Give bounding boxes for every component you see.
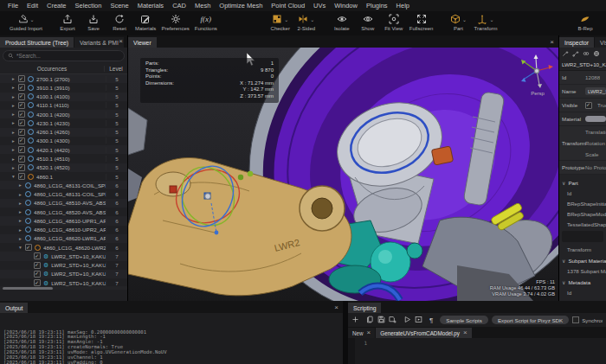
menu-item[interactable]: Help [392, 2, 414, 10]
two-sided-button[interactable]: ⌄ 2-Sided [296, 13, 317, 31]
tree-row[interactable]: ▸ 4420.1 (4420) 5 [0, 145, 127, 154]
tree-row[interactable]: ▸ 4860_LC1G_48131-COIL_SPRG_R 6 [0, 189, 127, 198]
visible-checkbox[interactable] [585, 102, 592, 109]
save-script-as-button[interactable] [389, 318, 396, 324]
3d-viewport[interactable]: LWR2 [128, 48, 558, 301]
menu-item[interactable]: UVs [309, 2, 330, 10]
tree-row[interactable]: ▸ 3910.1 (3910) 5 [0, 83, 127, 92]
menu-item[interactable]: Create [42, 2, 71, 10]
visibility-checkbox[interactable] [18, 173, 25, 180]
reset-button[interactable]: Reset [109, 13, 130, 31]
visibility-checkbox[interactable] [34, 262, 41, 269]
globe-icon[interactable] [593, 50, 600, 58]
script-editor[interactable]: 1 [348, 338, 606, 364]
visibility-checkbox[interactable] [18, 111, 25, 118]
script-tab[interactable]: New [348, 328, 375, 338]
expand-arrow-icon[interactable]: ▸ [12, 76, 18, 81]
close-script-icon[interactable] [463, 329, 467, 336]
visibility-checkbox[interactable] [18, 119, 25, 126]
expand-arrow-icon[interactable]: ▸ [12, 138, 18, 144]
section-row[interactable]: BRepShapeModified [559, 208, 606, 219]
scripting-tab[interactable]: Scripting [348, 303, 381, 313]
close-script-icon[interactable] [367, 329, 371, 336]
functions-button[interactable]: f(x) Functions [195, 13, 217, 31]
visibility-checkbox[interactable] [18, 84, 25, 91]
menu-item[interactable]: CAD [168, 2, 190, 10]
expand-arrow-icon[interactable]: ▸ [19, 201, 25, 206]
viewer-tab[interactable]: Viewer [128, 37, 157, 48]
column-level[interactable]: Level [104, 66, 127, 72]
menu-item[interactable]: Edit [23, 2, 42, 10]
expand-arrow-icon[interactable]: ▸ [19, 227, 25, 233]
section-row[interactable]: 1378 Subpart Materials [559, 265, 606, 276]
fullscreen-button[interactable]: Fullscreen [409, 13, 434, 31]
editor-content[interactable] [370, 338, 606, 364]
close-output-icon[interactable] [330, 304, 343, 313]
tree-row[interactable]: ▾ 4860.1 5 [0, 172, 127, 181]
visibility-checkbox[interactable] [18, 156, 25, 163]
visibility-checkbox[interactable] [25, 244, 32, 251]
menu-item[interactable]: Plugins [362, 2, 392, 10]
material-swatch[interactable] [585, 116, 606, 122]
guided-import-button[interactable]: ⌄ Guided Import [10, 13, 42, 31]
expand-arrow-icon[interactable]: ▸ [19, 182, 25, 188]
tree-row[interactable]: ▸ 4200.1 (4200) 5 [0, 110, 127, 118]
new-script-button[interactable] [351, 318, 359, 324]
tree-row[interactable]: ▸ 4860_LC1G_48510-AVS_ABSR_RH 6 [0, 199, 127, 208]
chevron-down-icon[interactable]: ⌄ [489, 16, 493, 22]
tree-row[interactable]: ▸ 4520.1 (4520) 5 [0, 163, 127, 172]
transform-row[interactable]: Scale [585, 149, 606, 160]
tree-row[interactable]: ▸ 4100.1 (4100) 5 [0, 93, 127, 101]
visibility-checkbox[interactable] [18, 164, 25, 171]
output-tab[interactable]: Output [0, 303, 28, 313]
section-row[interactable]: Id [559, 287, 606, 297]
visibility-checkbox[interactable] [34, 271, 41, 278]
visibility-checkbox[interactable] [18, 146, 25, 153]
expand-arrow-icon[interactable]: ▸ [19, 236, 25, 241]
menu-item[interactable]: Optimize Mesh [215, 2, 267, 10]
camera-mode-label[interactable]: Persp [522, 91, 553, 96]
tree-panel-tab[interactable]: Product Structure (Tree) [0, 37, 74, 48]
tree-row[interactable]: ⚙ LWR2_STD+10_KAKUNIN 7 [0, 270, 127, 278]
isolate-button[interactable]: Isolate [332, 13, 352, 31]
part-button[interactable]: ⌄ Part [448, 13, 468, 31]
save-script-button[interactable] [377, 318, 385, 324]
expand-arrow-icon[interactable]: ▸ [12, 120, 18, 125]
inspector-tab[interactable]: Inspector [559, 37, 594, 48]
chevron-down-icon[interactable]: ⌄ [30, 16, 35, 22]
section-row[interactable]: TessellatedShape [559, 219, 606, 229]
tree-panel-tab[interactable]: Variants & PMI [74, 37, 124, 48]
node-add-icon[interactable] [562, 50, 569, 58]
script-tab[interactable]: GenerateUVsFromCADModel.py [376, 328, 471, 338]
visibility-checkbox[interactable] [34, 252, 41, 259]
preferences-button[interactable]: Preferences [161, 13, 189, 31]
column-occurrences[interactable]: Occurences [0, 66, 104, 72]
fit-view-button[interactable]: Fit View [384, 13, 404, 31]
section-row[interactable]: Id [559, 188, 606, 198]
visibility-checkbox[interactable] [18, 137, 25, 144]
name-field[interactable]: LWR2_STD+10_KAKUNIN [585, 87, 606, 95]
expand-arrow-icon[interactable]: ▸ [19, 192, 25, 197]
expand-arrow-icon[interactable]: ▸ [12, 112, 18, 117]
visibility-checkbox[interactable] [18, 102, 25, 109]
expand-arrow-icon[interactable]: ▸ [12, 156, 18, 162]
visibility-checkbox[interactable] [18, 93, 25, 100]
menu-item[interactable]: Materials [133, 2, 168, 10]
tree-row[interactable]: ▸ 4860_LC1G_48610-UPR1_ARM_R 6 [0, 216, 127, 225]
node-add2-icon[interactable] [572, 50, 579, 58]
expand-arrow-icon[interactable]: ▸ [12, 130, 18, 135]
tree-row[interactable]: ▸ 4510.1 (4510) 5 [0, 154, 127, 163]
menu-item[interactable]: Mesh [190, 2, 215, 10]
tree-row[interactable]: ▸ 4860_LC1G_48131-COIL_SPRG_F 6 [0, 181, 127, 189]
expand-arrow-icon[interactable]: ▸ [12, 94, 18, 99]
transform-row[interactable]: Rotation [585, 137, 606, 149]
synchronize-checkbox[interactable]: Synchronize [572, 316, 603, 323]
run-selection-button[interactable] [415, 318, 422, 324]
visibility-checkbox[interactable] [18, 75, 25, 82]
tree-row[interactable]: ⚙ LWR2_STD+10_KAKUNIN 7 [0, 278, 127, 286]
chevron-down-icon[interactable]: ⌄ [310, 16, 314, 22]
expand-arrow-icon[interactable]: ▸ [19, 218, 25, 223]
tree-row[interactable]: ▸ 2700.1 (2700) 5 [0, 74, 127, 83]
search-input[interactable]: *Search... [3, 50, 125, 61]
link-icon[interactable] [583, 50, 590, 58]
